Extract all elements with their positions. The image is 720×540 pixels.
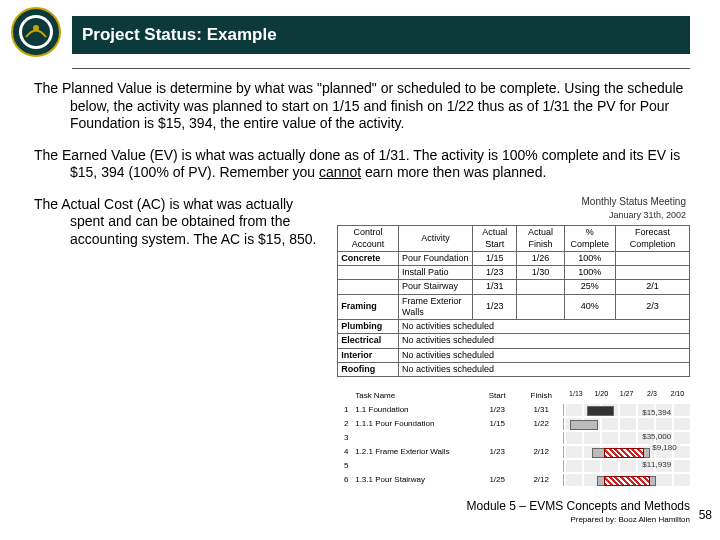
status-figure: Monthly Status Meeting January 31th, 200… xyxy=(337,196,690,488)
page-number: 58 xyxy=(699,508,712,522)
figure-date: January 31th, 2002 xyxy=(337,210,686,221)
doe-seal-icon xyxy=(10,6,62,58)
gantt-row: 21.1.1 Pour Foundation1/151/22$15,394 xyxy=(337,417,690,431)
status-table: Control Account Activity Actual Start Ac… xyxy=(337,225,690,377)
gantt-row: 61.3.1 Pour Stairway1/252/12 xyxy=(337,473,690,487)
paragraph-pv: The Planned Value is determine by what w… xyxy=(34,80,690,133)
gantt-chart: Task Name Start Finish 1/13 1/20 1/27 2/… xyxy=(337,389,690,487)
gantt-row: 3$35,000 xyxy=(337,431,690,445)
table-row: Install Patio1/231/30100% xyxy=(338,266,690,280)
table-row: Pour Stairway1/3125%2/1 xyxy=(338,280,690,294)
table-row: ConcretePour Foundation1/151/26100% xyxy=(338,251,690,265)
body-content: The Planned Value is determine by what w… xyxy=(34,80,690,487)
svg-point-3 xyxy=(33,25,39,31)
footer-prepared: Prepared by: Booz Allen Hamilton xyxy=(467,515,690,524)
gantt-row: 41.2.1 Frame Exterior Walls1/232/12$9,18… xyxy=(337,445,690,459)
svg-point-2 xyxy=(22,18,50,46)
gantt-row: 11.1 Foundation1/231/31 xyxy=(337,403,690,417)
slide-title: Project Status: Example xyxy=(82,25,277,45)
figure-title: Monthly Status Meeting xyxy=(337,196,686,209)
gantt-row: 5$11,939 xyxy=(337,459,690,473)
table-row: PlumbingNo activities scheduled xyxy=(338,320,690,334)
footer: Module 5 – EVMS Concepts and Methods Pre… xyxy=(467,499,690,524)
table-row: RoofingNo activities scheduled xyxy=(338,362,690,376)
table-row: ElectricalNo activities scheduled xyxy=(338,334,690,348)
paragraph-ev: The Earned Value (EV) is what was actual… xyxy=(34,147,690,182)
title-bar: Project Status: Example xyxy=(72,16,690,54)
table-row: InteriorNo activities scheduled xyxy=(338,348,690,362)
table-row: FramingFrame Exterior Walls1/2340%2/3 xyxy=(338,294,690,320)
paragraph-ac: The Actual Cost (AC) is what was actuall… xyxy=(34,196,329,249)
footer-module: Module 5 – EVMS Concepts and Methods xyxy=(467,499,690,513)
title-rule xyxy=(72,68,690,69)
